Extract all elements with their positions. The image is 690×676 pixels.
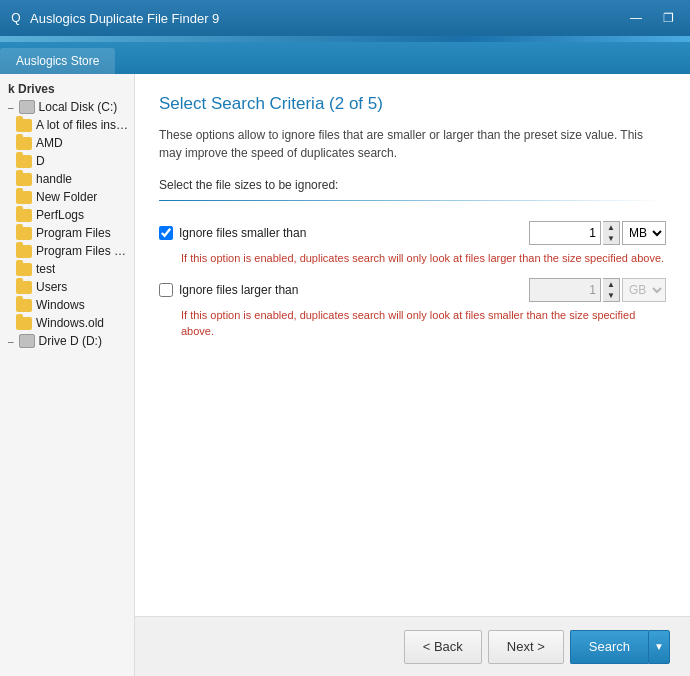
smaller-than-unit-select[interactable]: KB MB GB xyxy=(622,221,666,245)
search-dropdown-button[interactable]: ▼ xyxy=(648,630,670,664)
drive-icon xyxy=(19,100,35,114)
footer: < Back Next > Search ▼ xyxy=(135,616,690,676)
smaller-than-checkbox[interactable] xyxy=(159,226,173,240)
sidebar-item-label: Program Files (x86) xyxy=(36,244,130,258)
restore-button[interactable]: ❐ xyxy=(654,7,682,29)
sidebar-item-test[interactable]: test xyxy=(0,260,134,278)
content-area: Select Search Criteria (2 of 5) These op… xyxy=(135,74,690,676)
folder-icon xyxy=(16,263,32,276)
larger-than-unit-select[interactable]: KB MB GB xyxy=(622,278,666,302)
expand-icon: – xyxy=(8,336,14,347)
smaller-than-row: Ignore files smaller than ▲ ▼ KB MB GB xyxy=(159,221,666,245)
sidebar-item-d[interactable]: D xyxy=(0,152,134,170)
smaller-than-spin-up[interactable]: ▲ xyxy=(603,222,619,233)
sidebar-item-label: Program Files xyxy=(36,226,111,240)
sidebar-item-label: test xyxy=(36,262,55,276)
sidebar-item-label: Windows xyxy=(36,298,85,312)
folder-icon xyxy=(16,299,32,312)
sidebar-item-label: D xyxy=(36,154,45,168)
folder-icon xyxy=(16,137,32,150)
folder-icon xyxy=(16,173,32,186)
folder-icon xyxy=(16,227,32,240)
folder-icon xyxy=(16,209,32,222)
sidebar-item-label: AMD xyxy=(36,136,63,150)
larger-than-label[interactable]: Ignore files larger than xyxy=(179,283,298,297)
sidebar-item-handle[interactable]: handle xyxy=(0,170,134,188)
sidebar-item-program-files[interactable]: Program Files xyxy=(0,224,134,242)
auslogics-store-tab[interactable]: Auslogics Store xyxy=(0,48,115,74)
sidebar-item-windows[interactable]: Windows xyxy=(0,296,134,314)
larger-than-row: Ignore files larger than ▲ ▼ KB MB GB xyxy=(159,278,666,302)
search-button[interactable]: Search xyxy=(570,630,648,664)
sidebar-item-label: New Folder xyxy=(36,190,97,204)
smaller-than-value-input[interactable] xyxy=(529,221,601,245)
title-bar-left: Q Auslogics Duplicate File Finder 9 xyxy=(8,10,219,26)
folder-icon xyxy=(16,317,32,330)
sidebar-item-label: PerfLogs xyxy=(36,208,84,222)
divider xyxy=(159,200,666,201)
folder-icon xyxy=(16,191,32,204)
folder-icon xyxy=(16,281,32,294)
larger-than-spin-up[interactable]: ▲ xyxy=(603,279,619,290)
expand-icon: – xyxy=(8,102,14,113)
sidebar-item-label: Local Disk (C:) xyxy=(39,100,118,114)
sidebar-item-label: Users xyxy=(36,280,67,294)
sidebar: k Drives – Local Disk (C:) A lot of file… xyxy=(0,74,135,676)
app-title: Auslogics Duplicate File Finder 9 xyxy=(30,11,219,26)
section-label: Select the file sizes to be ignored: xyxy=(159,178,666,192)
tab-bar: Auslogics Store xyxy=(0,42,690,74)
sidebar-item-amd[interactable]: AMD xyxy=(0,134,134,152)
smaller-than-spin-down[interactable]: ▼ xyxy=(603,233,619,244)
search-button-group: Search ▼ xyxy=(570,630,670,664)
app-icon: Q xyxy=(8,10,24,26)
smaller-than-label[interactable]: Ignore files smaller than xyxy=(179,226,306,240)
sidebar-item-windows-old[interactable]: Windows.old xyxy=(0,314,134,332)
page-title: Select Search Criteria (2 of 5) xyxy=(159,94,666,114)
larger-than-value-input[interactable] xyxy=(529,278,601,302)
sidebar-section-header: k Drives xyxy=(0,78,134,98)
larger-than-spinner: ▲ ▼ xyxy=(603,278,620,302)
sidebar-item-local-disk-c[interactable]: – Local Disk (C:) xyxy=(0,98,134,116)
smaller-than-input-group: ▲ ▼ KB MB GB xyxy=(529,221,666,245)
main-layout: k Drives – Local Disk (C:) A lot of file… xyxy=(0,74,690,676)
larger-than-spin-down[interactable]: ▼ xyxy=(603,290,619,301)
sidebar-item-a-lot-of-files[interactable]: A lot of files inside xyxy=(0,116,134,134)
title-bar-controls: — ❐ xyxy=(622,7,682,29)
larger-than-input-group: ▲ ▼ KB MB GB xyxy=(529,278,666,302)
larger-than-hint: If this option is enabled, duplicates se… xyxy=(181,308,666,339)
sidebar-item-label: Windows.old xyxy=(36,316,104,330)
folder-icon xyxy=(16,119,32,132)
next-button[interactable]: Next > xyxy=(488,630,564,664)
smaller-than-hint: If this option is enabled, duplicates se… xyxy=(181,251,666,266)
minimize-button[interactable]: — xyxy=(622,7,650,29)
drive-icon xyxy=(19,334,35,348)
sidebar-item-program-files-x86[interactable]: Program Files (x86) xyxy=(0,242,134,260)
sidebar-item-perflogs[interactable]: PerfLogs xyxy=(0,206,134,224)
sidebar-item-new-folder[interactable]: New Folder xyxy=(0,188,134,206)
sidebar-item-label: A lot of files inside xyxy=(36,118,130,132)
sidebar-item-label: Drive D (D:) xyxy=(39,334,102,348)
smaller-than-spinner: ▲ ▼ xyxy=(603,221,620,245)
sidebar-item-label: handle xyxy=(36,172,72,186)
title-bar: Q Auslogics Duplicate File Finder 9 — ❐ xyxy=(0,0,690,36)
description-text: These options allow to ignore files that… xyxy=(159,126,666,162)
folder-icon xyxy=(16,155,32,168)
sidebar-item-drive-d[interactable]: – Drive D (D:) xyxy=(0,332,134,350)
folder-icon xyxy=(16,245,32,258)
larger-than-checkbox[interactable] xyxy=(159,283,173,297)
sidebar-item-users[interactable]: Users xyxy=(0,278,134,296)
back-button[interactable]: < Back xyxy=(404,630,482,664)
